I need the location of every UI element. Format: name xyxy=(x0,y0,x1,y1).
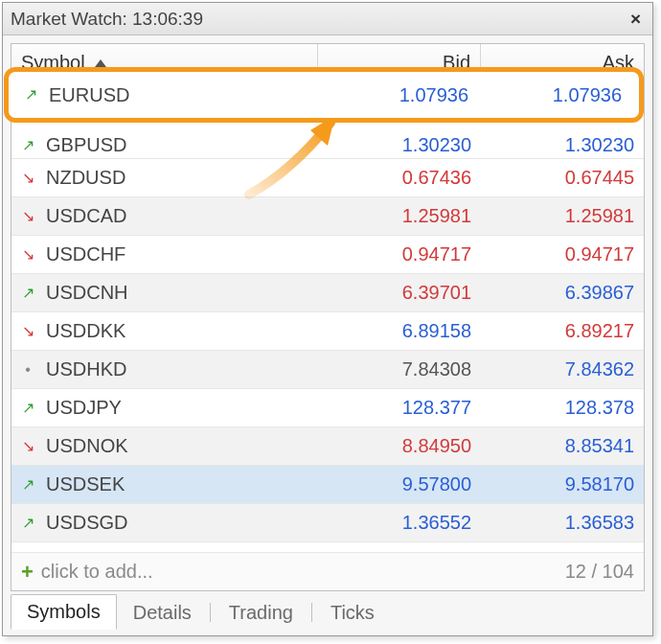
quotes-grid: Symbol Bid Ask ↗GBPUSD1.302301.30230↘NZD… xyxy=(11,43,645,591)
symbol-name: USDCNH xyxy=(46,282,128,304)
symbol-name: USDJPY xyxy=(46,397,122,419)
symbol-name: NZDUSD xyxy=(46,167,125,189)
arrow-up-icon: ↗ xyxy=(19,400,36,417)
ask-value: 128.378 xyxy=(481,397,644,419)
tab-ticks[interactable]: Ticks xyxy=(314,595,391,630)
bid-value: 128.377 xyxy=(318,397,481,419)
close-icon[interactable]: × xyxy=(627,9,645,30)
arrow-up-icon: ↗ xyxy=(19,137,36,154)
tab-separator xyxy=(311,603,312,622)
table-row[interactable]: ↘USDDKK6.891586.89217 xyxy=(11,312,644,351)
ask-value: 6.39867 xyxy=(481,282,644,304)
ask-value: 7.84362 xyxy=(481,358,644,380)
arrow-up-icon: ↗ xyxy=(19,515,36,532)
tab-trading[interactable]: Trading xyxy=(213,595,309,630)
bid-value: 0.94717 xyxy=(318,243,481,265)
arrow-down-icon: ↘ xyxy=(19,438,36,455)
table-row[interactable]: ↗USDJPY128.377128.378 xyxy=(11,389,644,427)
tab-separator xyxy=(210,603,211,622)
sort-ascending-icon xyxy=(95,59,106,67)
symbol-name: USDSGD xyxy=(46,512,128,534)
window-title: Market Watch: 13:06:39 xyxy=(11,9,203,30)
table-row[interactable]: ↗USDCNH6.397016.39867 xyxy=(11,274,644,312)
symbol-name: USDDKK xyxy=(46,320,125,342)
symbol-name: USDSEK xyxy=(46,473,125,495)
table-row[interactable]: •USDHKD7.843087.84362 xyxy=(11,351,644,389)
table-row[interactable]: ↗USDSEK9.578009.58170 xyxy=(11,466,644,504)
arrow-down-icon: ↘ xyxy=(19,246,36,264)
table-row[interactable]: ↘USDCAD1.259811.25981 xyxy=(11,197,644,236)
dot-icon: • xyxy=(19,361,36,379)
arrow-down-icon: ↘ xyxy=(19,323,36,340)
bid-value: 8.84950 xyxy=(318,435,481,457)
tab-details[interactable]: Details xyxy=(117,595,208,630)
add-symbol-hint: click to add... xyxy=(41,561,153,583)
plus-icon: + xyxy=(21,560,34,585)
callout-bid: 1.07936 xyxy=(315,84,478,106)
bid-value: 6.89158 xyxy=(318,320,481,342)
bid-value: 7.84308 xyxy=(318,358,481,380)
symbol-name: GBPUSD xyxy=(46,134,126,156)
ask-value: 1.30230 xyxy=(481,134,644,156)
table-row[interactable]: ↘NZDUSD0.674360.67445 xyxy=(11,159,644,197)
tab-symbols[interactable]: Symbols xyxy=(11,594,117,630)
tabs-bar: SymbolsDetailsTradingTicks xyxy=(11,591,645,630)
grid-body: ↗GBPUSD1.302301.30230↘NZDUSD0.674360.674… xyxy=(11,82,644,552)
symbol-name: USDCHF xyxy=(46,243,125,265)
titlebar[interactable]: Market Watch: 13:06:39 × xyxy=(3,3,652,35)
ask-value: 9.58170 xyxy=(481,473,644,495)
table-row[interactable]: ↗GBPUSD1.302301.30230 xyxy=(11,121,644,159)
symbol-name: USDHKD xyxy=(46,358,126,380)
table-row[interactable]: ↗USDSGD1.365521.36583 xyxy=(11,504,644,542)
ask-value: 1.36583 xyxy=(481,512,644,534)
arrow-up-icon: ↗ xyxy=(22,86,39,104)
ask-value: 0.67445 xyxy=(481,167,644,189)
bid-value: 9.57800 xyxy=(318,473,481,495)
callout-ask: 1.07936 xyxy=(478,84,639,106)
symbol-name: USDNOK xyxy=(46,435,128,457)
bid-value: 0.67436 xyxy=(318,167,481,189)
arrow-up-icon: ↗ xyxy=(19,285,36,302)
bid-value: 1.25981 xyxy=(318,205,481,227)
ask-value: 0.94717 xyxy=(481,243,644,265)
ask-value: 1.25981 xyxy=(481,205,644,227)
ask-value: 6.89217 xyxy=(481,320,644,342)
table-row[interactable]: ↘USDCHF0.947170.94717 xyxy=(11,236,644,274)
bid-value: 1.30230 xyxy=(318,134,481,156)
callout-symbol: EURUSD xyxy=(49,84,129,106)
arrow-down-icon: ↘ xyxy=(19,208,36,225)
symbol-name: USDCAD xyxy=(46,205,126,227)
add-symbol-row[interactable]: + click to add... 12 / 104 xyxy=(11,552,644,590)
bid-value: 6.39701 xyxy=(318,282,481,304)
callout-eurusd[interactable]: ↗ EURUSD 1.07936 1.07936 xyxy=(4,67,644,123)
arrow-down-icon: ↘ xyxy=(19,170,36,187)
table-row[interactable]: ↘USDNOK8.849508.85341 xyxy=(11,427,644,466)
symbol-count: 12 / 104 xyxy=(565,561,634,583)
arrow-up-icon: ↗ xyxy=(19,476,36,494)
ask-value: 8.85341 xyxy=(481,435,644,457)
bid-value: 1.36552 xyxy=(318,512,481,534)
